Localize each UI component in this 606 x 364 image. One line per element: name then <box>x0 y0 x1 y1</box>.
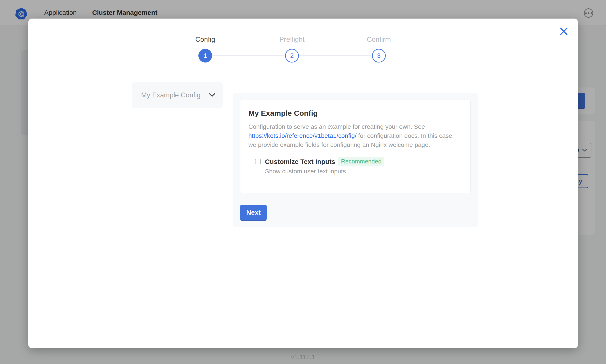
description-text: Configuration to serve as an example for… <box>248 123 425 130</box>
step-label: Config <box>177 36 234 43</box>
next-button[interactable]: Next <box>240 205 267 220</box>
stepper-step-config: Config 1 <box>177 36 234 63</box>
config-group-description: Configuration to serve as an example for… <box>248 122 462 149</box>
customize-text-inputs-label: Customize Text Inputs <box>265 158 335 165</box>
config-group-dropdown-label: My Example Config <box>141 91 209 99</box>
step-label: Confirm <box>350 36 408 43</box>
description-text: for configuration docs. In this case, <box>357 132 454 139</box>
config-group-card: My Example Config Configuration to serve… <box>240 100 471 193</box>
close-icon[interactable] <box>559 27 568 36</box>
customize-text-inputs-checkbox[interactable] <box>255 159 261 164</box>
config-panel: My Example Config Configuration to serve… <box>233 93 478 227</box>
config-group-dropdown[interactable]: My Example Config <box>132 82 223 108</box>
recommended-badge: Recommended <box>338 157 384 166</box>
step-number: 3 <box>372 49 386 63</box>
customize-text-inputs-help: Show custom user text inputs <box>265 168 462 175</box>
config-wizard-modal: Config 1 Preflight 2 Confirm 3 My Exampl… <box>28 19 578 348</box>
step-number: 1 <box>198 49 212 63</box>
config-option-row: Customize Text Inputs Recommended <box>248 157 462 166</box>
config-docs-link[interactable]: https://kots.io/reference/v1beta1/config… <box>248 132 357 139</box>
chevron-down-icon <box>209 93 215 97</box>
config-group-title: My Example Config <box>248 109 462 117</box>
stepper-step-preflight: Preflight 2 <box>263 36 321 63</box>
stepper-step-confirm: Confirm 3 <box>350 36 408 63</box>
step-number: 2 <box>285 49 299 63</box>
step-label: Preflight <box>263 36 321 43</box>
description-text: we provide example fields for configurin… <box>248 141 430 148</box>
